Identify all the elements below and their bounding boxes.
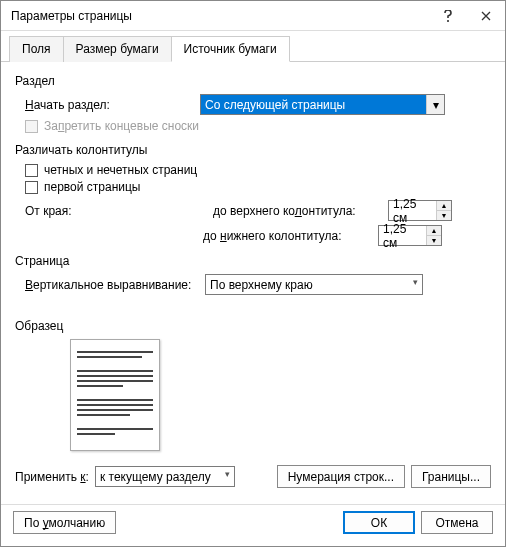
header-distance-value: 1,25 см <box>389 197 436 225</box>
footer-distance-spinner[interactable]: 1,25 см ▲▼ <box>378 225 442 246</box>
vertical-align-combo[interactable]: По верхнему краю <box>205 274 423 295</box>
preview-group-label: Образец <box>15 319 491 333</box>
tab-content: Раздел Начать раздел: Со следующей стран… <box>1 62 505 500</box>
window-title: Параметры страницы <box>11 9 429 23</box>
tab-paper-source[interactable]: Источник бумаги <box>171 36 290 62</box>
default-button[interactable]: По умолчанию <box>13 511 116 534</box>
page-preview <box>70 339 160 451</box>
help-icon <box>443 10 453 22</box>
checkbox-box <box>25 181 38 194</box>
tabs: Поля Размер бумаги Источник бумаги <box>1 31 505 62</box>
from-edge-label: От края: <box>25 204 213 218</box>
first-page-label: первой страницы <box>44 180 140 194</box>
header-distance-spinner[interactable]: 1,25 см ▲▼ <box>388 200 452 221</box>
apply-to-label: Применить к: <box>15 470 89 484</box>
spinner-down-icon[interactable]: ▼ <box>427 236 441 245</box>
close-icon <box>481 11 491 21</box>
section-start-value: Со следующей страницы <box>201 95 426 114</box>
apply-to-combo[interactable]: к текущему разделу <box>95 466 235 487</box>
tab-paper-size[interactable]: Размер бумаги <box>63 36 172 62</box>
section-start-label: Начать раздел: <box>25 98 200 112</box>
header-distance-label: до верхнего колонтитула: <box>213 204 388 218</box>
checkbox-box <box>25 164 38 177</box>
close-button[interactable] <box>467 1 505 31</box>
odd-even-checkbox[interactable]: четных и нечетных страниц <box>25 163 491 177</box>
odd-even-label: четных и нечетных страниц <box>44 163 197 177</box>
spinner-up-icon[interactable]: ▲ <box>427 226 441 236</box>
checkbox-box <box>25 120 38 133</box>
footer-distance-label: до нижнего колонтитула: <box>203 229 378 243</box>
borders-button[interactable]: Границы... <box>411 465 491 488</box>
tab-fields[interactable]: Поля <box>9 36 64 62</box>
spinner-down-icon[interactable]: ▼ <box>437 211 451 220</box>
vertical-align-label: Вертикальное выравнивание: <box>25 278 205 292</box>
footer-distance-value: 1,25 см <box>379 222 426 250</box>
suppress-endnotes-checkbox: Запретить концевые сноски <box>25 119 491 133</box>
chevron-down-icon: ▾ <box>426 95 444 114</box>
first-page-checkbox[interactable]: первой страницы <box>25 180 491 194</box>
spinner-up-icon[interactable]: ▲ <box>437 201 451 211</box>
ok-button[interactable]: ОК <box>343 511 415 534</box>
section-group-label: Раздел <box>15 74 491 88</box>
titlebar: Параметры страницы <box>1 1 505 31</box>
headers-group-label: Различать колонтитулы <box>15 143 491 157</box>
dialog-footer: По умолчанию ОК Отмена <box>1 505 505 540</box>
page-group-label: Страница <box>15 254 491 268</box>
suppress-endnotes-label: Запретить концевые сноски <box>44 119 199 133</box>
section-start-combo[interactable]: Со следующей страницы ▾ <box>200 94 445 115</box>
cancel-button[interactable]: Отмена <box>421 511 493 534</box>
line-numbers-button[interactable]: Нумерация строк... <box>277 465 405 488</box>
help-button[interactable] <box>429 1 467 31</box>
